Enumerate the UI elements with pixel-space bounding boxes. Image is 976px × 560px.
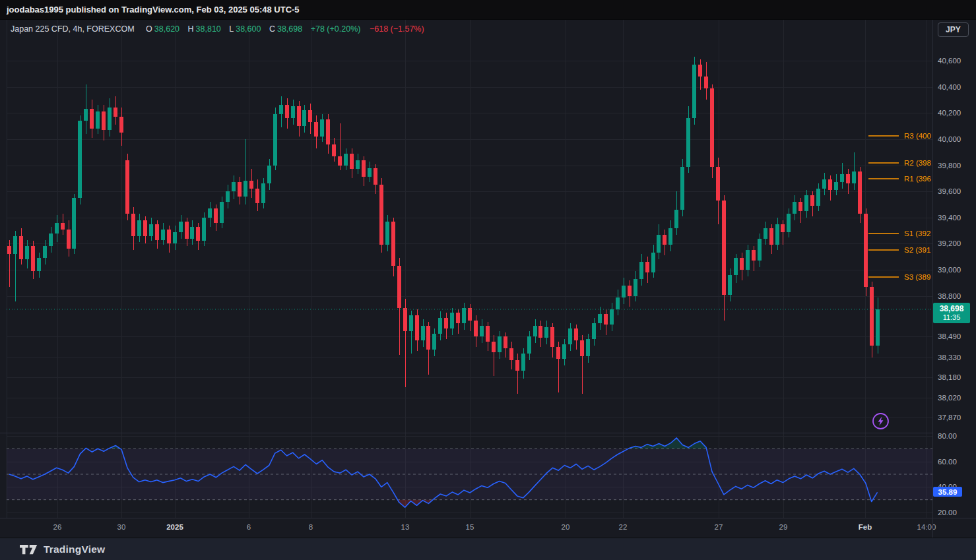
candle (586, 339, 590, 356)
candle (13, 236, 17, 255)
candle (119, 117, 123, 133)
candle (556, 347, 560, 359)
candle (403, 308, 407, 332)
candles (7, 57, 880, 394)
bar-countdown: 11:35 (933, 313, 970, 322)
candle (580, 340, 584, 356)
price-axis-label: 39,600 (938, 187, 961, 196)
candle (143, 220, 147, 236)
candle (810, 195, 814, 206)
candle (426, 326, 430, 350)
time-axis-label: 26 (53, 523, 62, 531)
candle (816, 189, 820, 206)
candle (604, 314, 608, 325)
candle (84, 109, 88, 121)
candle (474, 321, 478, 336)
candle (285, 105, 289, 118)
last-price-value: 38,698 (933, 304, 970, 313)
candle (421, 326, 425, 340)
price-axis-label: 40,000 (938, 135, 961, 144)
candle (131, 214, 135, 236)
price-axis-label: 40,400 (938, 82, 961, 92)
price-axis-label: 38,020 (938, 393, 961, 402)
candle (527, 336, 531, 354)
close-label: C (269, 24, 275, 34)
candle (261, 183, 265, 203)
candle (238, 182, 242, 197)
candle (397, 266, 401, 307)
rsi-axis-label: 80.00 (938, 431, 957, 441)
time-axis[interactable]: 2630202568131520222729Feb14:00 (0, 518, 976, 538)
price-scale-separator (932, 20, 933, 538)
candle (704, 77, 708, 88)
candle (692, 65, 696, 118)
candle (680, 167, 684, 210)
candle (415, 315, 419, 340)
time-axis-label: Feb (859, 523, 872, 531)
time-axis-label: 8 (309, 523, 313, 531)
candle (480, 326, 484, 336)
tradingview-brand-text: TradingView (44, 544, 105, 555)
change-absolute: +78 (+0.20%) (311, 24, 361, 34)
candle (734, 258, 738, 275)
tradingview-logo-icon (20, 544, 38, 555)
price-scale[interactable]: JPY 40,60040,40040,20040,00039,80039,600… (932, 20, 976, 518)
candle (149, 224, 153, 236)
candle (332, 144, 336, 156)
open-value: 38,620 (154, 24, 179, 34)
candle (114, 108, 117, 117)
candle (781, 224, 785, 232)
rsi-axis-label: 60.00 (938, 457, 957, 466)
candle (764, 228, 767, 239)
candle (722, 201, 726, 295)
gridlines (0, 20, 932, 518)
candle (78, 121, 82, 198)
candle (550, 327, 554, 347)
candle (344, 154, 348, 166)
time-axis-label: 29 (779, 523, 788, 531)
candle (255, 189, 259, 203)
time-axis-label: 27 (715, 523, 723, 531)
change-session: −618 (−1.57%) (370, 24, 424, 34)
candle (43, 246, 47, 258)
symbol-title: Japan 225 CFD, 4h, FOREXCOM (11, 24, 135, 34)
lightning-icon[interactable] (872, 412, 890, 430)
candle (822, 179, 826, 189)
candle (533, 326, 537, 336)
candle (409, 315, 413, 331)
candle (385, 222, 389, 245)
pivot-labels-container: R3 (400R2 (398R1 (396S1 (392S2 (391S3 (3… (901, 20, 932, 433)
candle (214, 208, 218, 223)
candle (498, 336, 502, 352)
candle (657, 235, 661, 253)
candle (668, 228, 672, 245)
pivot-label-s3: S3 (389 (904, 272, 930, 282)
candle (728, 275, 732, 295)
currency-toggle-button[interactable]: JPY (938, 22, 969, 37)
candle (7, 246, 11, 254)
candle (67, 230, 71, 249)
candle (574, 328, 578, 340)
candle (350, 154, 354, 170)
candle (37, 258, 41, 271)
chart-canvas[interactable] (0, 0, 976, 560)
candle (320, 119, 324, 137)
candle (302, 110, 306, 126)
candle (90, 109, 94, 129)
candle (356, 160, 360, 170)
candle (244, 181, 247, 197)
candle (639, 262, 643, 279)
candle (852, 171, 856, 183)
candle (232, 182, 236, 191)
candle (273, 114, 277, 165)
candle (314, 122, 318, 137)
rsi-axis-label: 20.00 (938, 508, 957, 517)
candle (846, 174, 850, 183)
candle (25, 246, 29, 259)
candle (55, 223, 59, 233)
last-price-badge: 38,698 11:35 (933, 303, 970, 323)
candle (876, 309, 880, 346)
tradingview-logo[interactable]: TradingView (20, 544, 105, 555)
candle (651, 253, 655, 272)
candle (798, 202, 802, 211)
